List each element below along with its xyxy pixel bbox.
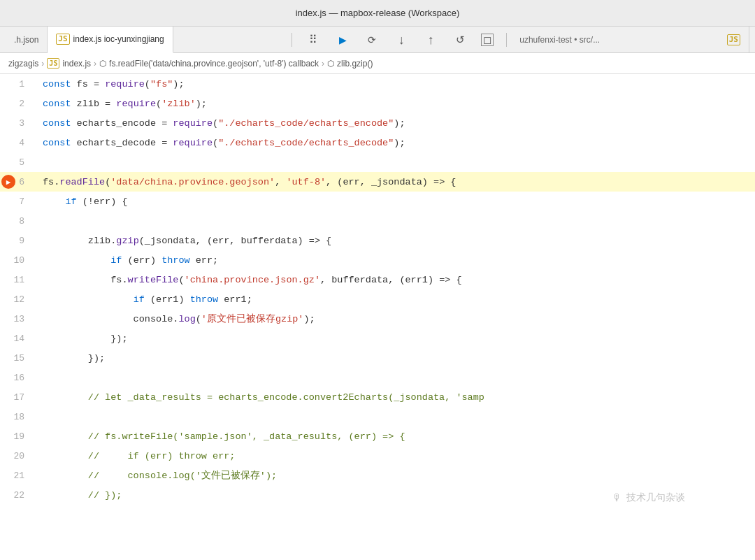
tab-hjson[interactable]: .h.json: [6, 27, 48, 53]
btn-stepinto[interactable]: ↓: [393, 31, 410, 48]
code-line-21: // console.log('文件已被保存');: [31, 466, 755, 485]
btn-restart[interactable]: ↺: [452, 31, 468, 48]
line-number-11: 11: [0, 270, 31, 289]
btn-continue[interactable]: ▶: [334, 31, 351, 48]
btn-stepout[interactable]: ↑: [422, 31, 439, 48]
line-number-7: 7: [0, 192, 31, 211]
line-number-14: 14: [0, 329, 31, 348]
line-numbers: 12345▶678910111213141516171819202122: [0, 74, 31, 560]
line-number-20: 20: [0, 446, 31, 466]
line-number-5: 5: [0, 152, 31, 172]
code-line-15: });: [31, 348, 755, 368]
editor-container: 12345▶678910111213141516171819202122 con…: [0, 74, 755, 560]
code-line-18: [31, 407, 755, 426]
tab-indexjs-label: index.js ioc-yunxingjiang: [73, 34, 164, 44]
line-number-1: 1: [0, 74, 31, 94]
line-number-15: 15: [0, 348, 31, 368]
line-number-2: 2: [0, 94, 31, 113]
code-area[interactable]: const fs = require("fs");const zlib = re…: [31, 74, 755, 560]
js-file-icon-right: JS: [727, 34, 740, 45]
line-number-22: 22: [0, 485, 31, 505]
breadcrumb-indexjs[interactable]: index.js: [62, 59, 91, 69]
breadcrumb: zigzagis › JS index.js › ⬡ fs.readFile('…: [0, 53, 755, 74]
code-line-13: console.log('原文件已被保存gzip');: [31, 309, 755, 329]
tab-bar: .h.json JS index.js ioc-yunxingjiang ⠿ ▶…: [0, 27, 755, 53]
breadcrumb-zigzagis[interactable]: zigzagis: [8, 59, 38, 69]
line-number-19: 19: [0, 426, 31, 446]
code-line-11: fs.writeFile('china.province.json.gz', b…: [31, 270, 755, 289]
breadcrumb-js-icon: JS: [47, 58, 59, 69]
code-line-16: [31, 368, 755, 387]
title-bar: index.js — mapbox-release (Workspace): [0, 0, 755, 27]
code-line-10: if (err) throw err;: [31, 250, 755, 270]
line-number-4: 4: [0, 133, 31, 152]
breakpoint-indicator[interactable]: ▶: [1, 175, 15, 189]
js-file-icon: JS: [56, 34, 69, 45]
debug-divider-left: [292, 33, 292, 47]
btn-grid[interactable]: ⠿: [305, 31, 322, 48]
tab-indexjs[interactable]: JS index.js ioc-yunxingjiang: [48, 27, 173, 53]
window-title: index.js — mapbox-release (Workspace): [296, 8, 460, 18]
code-line-22: // });: [31, 485, 755, 505]
code-line-2: const zlib = require('zlib');: [31, 94, 755, 113]
line-number-12: 12: [0, 289, 31, 309]
code-line-8: [31, 211, 755, 231]
line-number-17: 17: [0, 387, 31, 407]
code-line-12: if (err1) throw err1;: [31, 289, 755, 309]
line-number-21: 21: [0, 466, 31, 485]
code-line-14: });: [31, 329, 755, 348]
code-line-5: [31, 152, 755, 172]
code-line-9: zlib.gzip(_jsondata, (err, bufferdata) =…: [31, 231, 755, 250]
code-line-6: fs.readFile('data/china.province.geojson…: [31, 172, 755, 192]
btn-stop[interactable]: ◻: [481, 34, 494, 46]
line-number-3: 3: [0, 113, 31, 133]
line-number-8: 8: [0, 211, 31, 231]
line-number-18: 18: [0, 407, 31, 426]
breadcrumb-cube-icon2: ⬡: [327, 59, 334, 69]
code-line-19: // fs.writeFile('sample.json', _data_res…: [31, 426, 755, 446]
code-line-1: const fs = require("fs");: [31, 74, 755, 94]
breadcrumb-cube-icon1: ⬡: [99, 59, 106, 69]
debug-divider-right: [506, 33, 507, 47]
code-line-7: if (!err) {: [31, 192, 755, 211]
tab-rightjs[interactable]: JS: [719, 27, 749, 53]
btn-stepover[interactable]: ⟳: [364, 31, 380, 48]
code-line-3: const echarts_encode = require("./echart…: [31, 113, 755, 133]
tab-hjson-label: .h.json: [14, 35, 38, 45]
line-number-10: 10: [0, 250, 31, 270]
breadcrumb-readfile[interactable]: fs.readFile('data/china.province.geojson…: [109, 59, 319, 69]
breadcrumb-gzip[interactable]: zlib.gzip(): [337, 59, 373, 69]
line-number-16: 16: [0, 368, 31, 387]
code-line-17: // let _data_results = echarts_encode.co…: [31, 387, 755, 407]
code-line-20: // if (err) throw err;: [31, 446, 755, 466]
code-line-4: const echarts_decode = require("./echart…: [31, 133, 755, 152]
debug-path: uzhufenxi-test • src/...: [519, 35, 600, 45]
line-number-6: ▶6: [0, 172, 31, 192]
line-number-13: 13: [0, 309, 31, 329]
line-number-9: 9: [0, 231, 31, 250]
